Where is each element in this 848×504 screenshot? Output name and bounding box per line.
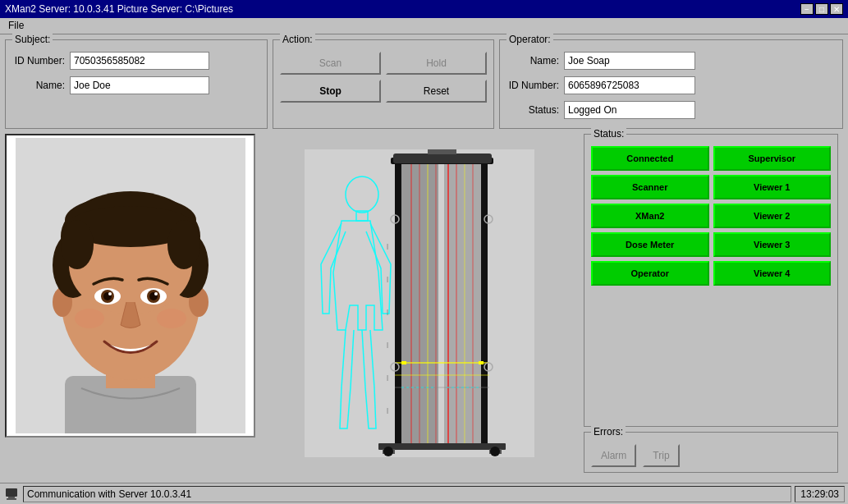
operator-status-row: Status: — [507, 101, 836, 119]
svg-point-56 — [383, 447, 393, 456]
operator-button[interactable]: Operator — [591, 261, 709, 286]
minimize-button[interactable]: − — [800, 3, 814, 15]
main-content: Subject: ID Number: Name: Action: Scan H… — [0, 34, 848, 483]
svg-rect-67 — [8, 497, 15, 498]
reset-button[interactable]: Reset — [386, 80, 487, 103]
svg-rect-28 — [395, 158, 401, 449]
svg-point-23 — [61, 220, 94, 269]
svg-rect-50 — [479, 361, 484, 364]
statusbar: Communication with Server 10.0.3.41 13:2… — [0, 483, 848, 504]
statusbar-time: 13:29:03 — [795, 486, 845, 502]
svg-text:|: | — [387, 373, 388, 381]
menu-bar: File — [0, 18, 848, 34]
maximize-button[interactable]: □ — [815, 3, 828, 15]
subject-name-row: Name: — [12, 76, 260, 94]
subject-id-row: ID Number: — [12, 52, 260, 70]
svg-text:|: | — [387, 406, 388, 414]
computer-icon — [4, 487, 19, 502]
top-row: Subject: ID Number: Name: Action: Scan H… — [5, 39, 843, 129]
operator-name-label: Name: — [507, 55, 564, 66]
viewer3-button[interactable]: Viewer 3 — [713, 232, 832, 257]
scanner-visualization: | | | | | | — [260, 134, 579, 473]
dose-meter-button[interactable]: Dose Meter — [591, 232, 709, 257]
title-bar-title: XMan2 Server: 10.0.3.41 Picture Server: … — [5, 3, 233, 15]
svg-text:|: | — [387, 341, 388, 348]
action-buttons-grid: Scan Hold Stop Reset — [280, 52, 487, 103]
bottom-row: | | | | | | Status: Connected Supervisor… — [5, 134, 838, 473]
scanner-svg: | | | | | | — [305, 149, 534, 457]
svg-rect-49 — [401, 361, 406, 364]
subject-photo — [16, 138, 245, 433]
subject-id-input[interactable] — [70, 52, 209, 70]
svg-rect-59 — [428, 149, 456, 154]
alarm-button[interactable]: Alarm — [591, 444, 636, 467]
subject-label: Subject: — [12, 34, 53, 45]
svg-text:|: | — [387, 275, 388, 282]
operator-name-input[interactable] — [564, 52, 695, 70]
svg-rect-53 — [378, 443, 506, 450]
statusbar-message: Communication with Server 10.0.3.41 — [23, 486, 791, 502]
title-bar-buttons: − □ ✕ — [800, 3, 843, 15]
stop-button[interactable]: Stop — [280, 80, 381, 103]
operator-status-input[interactable] — [564, 101, 695, 119]
errors-label: Errors: — [591, 426, 626, 438]
subject-id-label: ID Number: — [12, 55, 70, 66]
svg-point-21 — [157, 309, 186, 328]
svg-point-57 — [490, 447, 500, 456]
svg-rect-29 — [481, 158, 488, 449]
viewer2-button[interactable]: Viewer 2 — [713, 204, 832, 228]
scanner-button[interactable]: Scanner — [591, 175, 709, 199]
operator-group: Operator: Name: ID Number: Status: — [499, 39, 843, 129]
error-buttons-row: Alarm Trip — [591, 444, 831, 467]
supervisor-button[interactable]: Supervisor — [713, 146, 832, 171]
title-bar: XMan2 Server: 10.0.3.41 Picture Server: … — [0, 0, 848, 18]
operator-label: Operator: — [507, 34, 553, 45]
svg-point-24 — [167, 220, 200, 269]
svg-rect-66 — [6, 488, 17, 497]
operator-id-row: ID Number: — [507, 76, 836, 94]
status-label: Status: — [591, 128, 626, 140]
operator-status-label: Status: — [507, 104, 564, 116]
svg-rect-33 — [444, 164, 481, 443]
svg-point-18 — [108, 292, 112, 296]
action-label: Action: — [280, 34, 315, 45]
errors-group: Errors: Alarm Trip — [584, 432, 838, 473]
right-panel: Status: Connected Supervisor Scanner Vie… — [584, 134, 838, 473]
trip-button[interactable]: Trip — [643, 444, 679, 467]
svg-rect-68 — [7, 498, 16, 500]
xman2-button[interactable]: XMan2 — [591, 204, 709, 228]
svg-text:|: | — [387, 242, 388, 250]
subject-name-input[interactable] — [70, 76, 209, 94]
menu-file[interactable]: File — [3, 18, 29, 33]
viewer4-button[interactable]: Viewer 4 — [713, 261, 832, 286]
statusbar-icon — [3, 486, 20, 502]
connected-button[interactable]: Connected — [591, 146, 709, 171]
svg-rect-58 — [393, 153, 492, 163]
svg-point-19 — [154, 292, 158, 296]
viewer1-button[interactable]: Viewer 1 — [713, 175, 832, 199]
hold-button[interactable]: Hold — [386, 52, 487, 75]
subject-group: Subject: ID Number: Name: — [5, 39, 268, 129]
close-button[interactable]: ✕ — [830, 3, 843, 15]
operator-id-label: ID Number: — [507, 80, 564, 91]
status-group: Status: Connected Supervisor Scanner Vie… — [584, 134, 838, 427]
operator-name-row: Name: — [507, 52, 836, 70]
svg-text:|: | — [387, 308, 388, 315]
svg-point-20 — [75, 309, 104, 328]
photo-box — [5, 134, 255, 438]
scan-button[interactable]: Scan — [280, 52, 381, 75]
status-buttons-grid: Connected Supervisor Scanner Viewer 1 XM… — [591, 146, 831, 286]
action-group: Action: Scan Hold Stop Reset — [273, 39, 494, 129]
subject-name-label: Name: — [12, 80, 70, 91]
operator-id-input[interactable] — [564, 76, 695, 94]
